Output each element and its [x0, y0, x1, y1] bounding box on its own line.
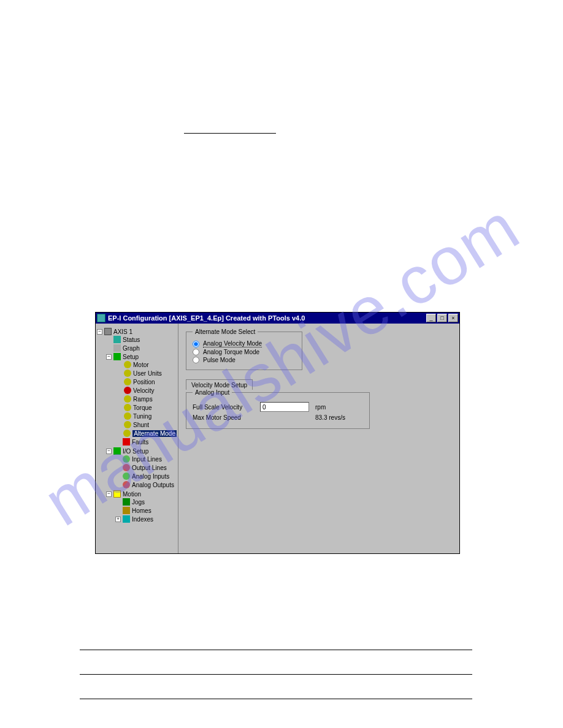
alternate-mode-groupbox: Alternate Mode Select Analog Velocity Mo…	[186, 328, 302, 370]
groupbox-legend: Analog Input	[193, 389, 232, 396]
radio-input[interactable]	[193, 341, 199, 347]
radio-analog-torque[interactable]: Analog Torque Mode	[193, 349, 296, 355]
dot-icon	[123, 472, 130, 480]
nav-tree[interactable]: − AXIS 1 Status Graph −Setup Motor	[96, 324, 178, 553]
analog-input-groupbox: Analog Input Full Scale Velocity rpm Max…	[186, 389, 370, 429]
fsv-unit: rpm	[315, 404, 340, 411]
full-scale-velocity-input[interactable]	[260, 402, 309, 412]
tree-ramps[interactable]: Ramps	[97, 395, 177, 403]
tree-label: Analog Outputs	[132, 482, 174, 488]
tree-io-setup[interactable]: −I/O Setup	[97, 447, 177, 455]
tree-user-units[interactable]: User Units	[97, 370, 177, 377]
app-icon	[97, 314, 105, 322]
divider	[80, 674, 472, 675]
tree-setup[interactable]: −Setup	[97, 353, 177, 360]
tree-label: Faults	[132, 439, 148, 446]
radio-input[interactable]	[193, 357, 199, 363]
tree-label: Homes	[132, 507, 151, 514]
dot-icon	[124, 387, 131, 394]
tree-status[interactable]: Status	[97, 336, 177, 343]
dot-icon	[124, 361, 131, 368]
dot-icon	[124, 378, 131, 385]
collapse-icon[interactable]: −	[106, 354, 112, 360]
fsv-label: Full Scale Velocity	[193, 404, 254, 411]
tree-label: Graph	[123, 345, 140, 352]
jog-icon	[123, 498, 130, 506]
tree-analog-inputs[interactable]: Analog Inputs	[97, 472, 177, 480]
maximize-button[interactable]: □	[437, 314, 447, 322]
dot-icon	[123, 430, 131, 437]
dot-icon	[124, 421, 131, 428]
tree-label: Motor	[133, 362, 149, 368]
tree-input-lines[interactable]: Input Lines	[97, 455, 177, 463]
tree-label: Alternate Mode	[132, 430, 177, 437]
collapse-icon[interactable]: −	[97, 329, 102, 335]
index-icon	[123, 515, 130, 523]
tree-homes[interactable]: Homes	[97, 507, 177, 514]
tree-motor[interactable]: Motor	[97, 361, 177, 368]
tree-label: Position	[133, 379, 155, 385]
config-window: EP-I Configuration [AXIS_EP1_4.Ep] Creat…	[95, 312, 460, 554]
tree-tuning[interactable]: Tuning	[97, 412, 177, 420]
window-title: EP-I Configuration [AXIS_EP1_4.Ep] Creat…	[108, 314, 426, 322]
tree-label: Indexes	[132, 516, 153, 523]
tree-jogs[interactable]: Jogs	[97, 498, 177, 506]
tab-velocity-mode-setup[interactable]: Velocity Mode Setup	[186, 379, 253, 390]
dot-icon	[123, 481, 130, 488]
status-icon	[113, 336, 121, 343]
tree-shunt[interactable]: Shunt	[97, 421, 177, 428]
tree-position[interactable]: Position	[97, 378, 177, 385]
tree-label: Ramps	[133, 396, 153, 403]
radio-label: Pulse Mode	[203, 357, 236, 363]
dot-icon	[124, 412, 131, 420]
tree-torque[interactable]: Torque	[97, 404, 177, 411]
graph-icon	[113, 344, 121, 352]
radio-analog-velocity[interactable]: Analog Velocity Mode	[193, 340, 296, 347]
heading-underline	[184, 123, 276, 134]
radio-pulse-mode[interactable]: Pulse Mode	[193, 357, 296, 363]
content-area: Alternate Mode Select Analog Velocity Mo…	[178, 324, 459, 553]
mms-value: 83.3 revs/s	[315, 414, 345, 421]
close-button[interactable]: ×	[448, 314, 458, 322]
mms-label: Max Motor Speed	[193, 414, 254, 421]
radio-label: Analog Velocity Mode	[203, 340, 262, 347]
tree-label: Velocity	[133, 387, 154, 394]
tree-graph[interactable]: Graph	[97, 344, 177, 352]
radio-input[interactable]	[193, 349, 199, 355]
tree-motion[interactable]: −Motion	[97, 490, 177, 498]
divider	[80, 699, 472, 699]
expand-icon[interactable]: +	[115, 517, 121, 522]
minimize-button[interactable]: _	[426, 314, 436, 322]
axis-icon	[104, 328, 112, 335]
titlebar[interactable]: EP-I Configuration [AXIS_EP1_4.Ep] Creat…	[96, 313, 459, 324]
tree-label: Analog Inputs	[132, 473, 169, 480]
dot-icon	[124, 370, 131, 377]
tree-velocity[interactable]: Velocity	[97, 387, 177, 394]
tree-label: I/O Setup	[123, 448, 148, 455]
tree-label: Motion	[123, 491, 141, 498]
collapse-icon[interactable]: −	[106, 491, 112, 497]
dot-icon	[124, 395, 131, 403]
io-icon	[113, 447, 121, 455]
tree-label: Jogs	[132, 499, 145, 506]
tree-indexes[interactable]: +Indexes	[97, 515, 177, 523]
tree-faults[interactable]: Faults	[97, 438, 177, 446]
dot-icon	[123, 464, 130, 471]
dot-icon	[123, 455, 130, 463]
tree-label: Output Lines	[132, 464, 167, 471]
fault-icon	[123, 438, 130, 446]
home-icon	[123, 507, 130, 514]
setup-icon	[113, 353, 121, 360]
radio-label: Analog Torque Mode	[203, 349, 259, 355]
tree-output-lines[interactable]: Output Lines	[97, 464, 177, 471]
tree-label: Setup	[123, 354, 139, 360]
tree-alternate-mode[interactable]: Alternate Mode	[97, 430, 177, 437]
tree-label: User Units	[133, 370, 162, 377]
collapse-icon[interactable]: −	[106, 449, 112, 454]
tree-analog-outputs[interactable]: Analog Outputs	[97, 481, 177, 488]
groupbox-legend: Alternate Mode Select	[193, 328, 258, 335]
dot-icon	[124, 404, 131, 411]
tree-axis-root[interactable]: − AXIS 1	[97, 328, 177, 335]
motion-icon	[113, 490, 121, 498]
tree-label: Input Lines	[132, 456, 162, 463]
